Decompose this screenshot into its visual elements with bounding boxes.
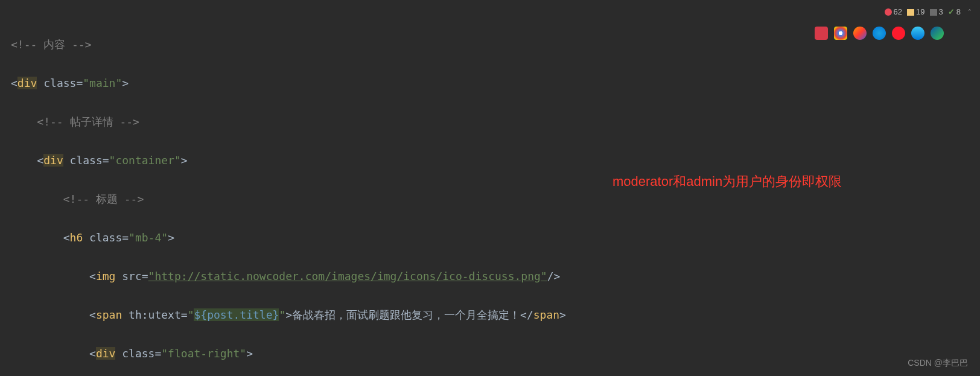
error-icon [885,8,892,16]
watermark: CSDN @李巴巴 [908,353,968,372]
comment: <!-- 帖子详情 --> [37,115,139,128]
annotation-text: moderator和admin为用户的身份即权限 [612,172,842,191]
weak-warning-icon [930,9,937,16]
intellij-icon[interactable] [815,27,828,40]
browser-preview-bar [815,27,944,40]
inspection-status-bar: 62 19 3 ✓8 ˄ [885,2,972,22]
warning-icon [907,9,914,16]
weak-warning-count[interactable]: 3 [930,2,943,22]
chrome-icon[interactable] [834,27,847,40]
edge-icon[interactable] [931,27,944,40]
safari-icon[interactable] [873,27,886,40]
comment: <!-- 内容 --> [11,38,92,51]
ie-icon[interactable] [911,27,924,40]
comment: <!-- 标题 --> [63,193,144,205]
typo-count[interactable]: ✓8 [948,2,961,22]
warning-count[interactable]: 19 [907,2,924,22]
typo-icon: ✓ [948,2,955,22]
chevron-up-icon[interactable]: ˄ [968,2,972,22]
opera-icon[interactable] [892,27,905,40]
firefox-icon[interactable] [853,27,867,40]
error-count[interactable]: 62 [885,2,902,22]
